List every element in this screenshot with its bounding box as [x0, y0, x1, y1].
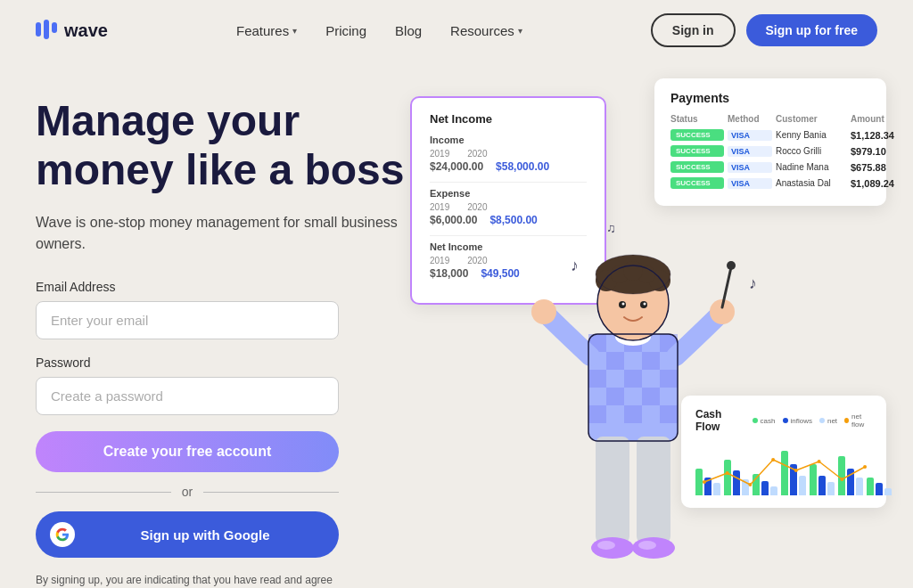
signin-button[interactable]: Sign in [651, 13, 736, 47]
svg-rect-26 [624, 388, 642, 405]
svg-rect-25 [606, 388, 624, 405]
hero-left: Manage your money like a boss Wave is on… [36, 78, 410, 588]
logo-text: wave [64, 20, 108, 41]
hero-title: Manage your money like a boss [36, 96, 410, 194]
svg-point-45 [622, 303, 625, 306]
google-signup-button[interactable]: Sign up with Google [36, 511, 339, 558]
income-label: Income [430, 135, 587, 145]
payments-header: Status Method Customer Amount [670, 114, 870, 124]
income-years: 2019 2020 [430, 149, 587, 159]
terms-text: By signing up, you are indicating that y… [36, 572, 339, 588]
divider-line-right [203, 492, 339, 493]
logo-icon [36, 22, 57, 39]
svg-point-5 [818, 460, 821, 463]
hero-right: Net Income Income 2019 2020 $24,000.00 $… [410, 78, 877, 588]
nav-buttons: Sign in Sign up for free [651, 13, 877, 47]
svg-point-46 [644, 303, 646, 306]
svg-rect-31 [624, 405, 642, 423]
signup-button[interactable]: Sign up for free [746, 14, 877, 46]
svg-rect-29 [588, 405, 606, 423]
nav-resources[interactable]: Resources ▾ [450, 23, 522, 38]
legend-dot-yellow [844, 418, 849, 423]
svg-point-42 [623, 261, 643, 281]
payment-row: Success VISA Rocco Grilli $979.10 [670, 145, 870, 157]
google-icon [50, 522, 75, 547]
illustration-person [517, 178, 749, 588]
legend-dot-blue [783, 418, 788, 423]
svg-rect-51 [596, 437, 629, 543]
cashflow-legend: cash inflows net net flow [753, 412, 872, 429]
navbar: wave Features ▾ Pricing Blog Resources ▾… [0, 0, 913, 61]
svg-rect-19 [588, 370, 606, 388]
svg-point-55 [597, 541, 615, 550]
resources-chevron-icon: ▾ [518, 26, 522, 36]
payment-row: Success VISA Kenny Bania $1,128.34 [670, 129, 870, 141]
music-note-3: ♪ [749, 274, 757, 293]
svg-point-50 [727, 261, 736, 270]
svg-point-7 [863, 465, 867, 469]
svg-point-47 [531, 299, 556, 324]
legend-dot-green [753, 418, 758, 423]
svg-rect-23 [660, 370, 678, 388]
income-values: $24,000.00 $58,000.00 [430, 160, 587, 173]
password-input[interactable] [36, 377, 339, 415]
svg-rect-20 [606, 370, 624, 388]
svg-point-56 [638, 541, 656, 550]
nav-features[interactable]: Features ▾ [236, 23, 297, 38]
svg-rect-15 [606, 352, 624, 370]
svg-rect-21 [624, 370, 642, 388]
divider-line-left [36, 492, 171, 493]
svg-rect-32 [642, 405, 660, 423]
create-account-button[interactable]: Create your free account [36, 431, 339, 472]
nav-blog[interactable]: Blog [395, 23, 422, 38]
or-text: or [182, 485, 193, 499]
svg-rect-24 [588, 388, 606, 405]
svg-rect-27 [642, 388, 660, 405]
net-income-title: Net Income [430, 112, 587, 126]
logo[interactable]: wave [36, 20, 108, 41]
email-input[interactable] [36, 301, 339, 339]
legend-dot-light [819, 418, 825, 423]
svg-rect-17 [642, 352, 660, 370]
email-label: Email Address [36, 280, 410, 294]
or-divider: or [36, 485, 339, 499]
svg-rect-33 [660, 405, 678, 423]
svg-point-3 [771, 458, 775, 461]
nav-pricing[interactable]: Pricing [325, 23, 366, 38]
svg-rect-16 [624, 352, 642, 370]
svg-rect-22 [642, 370, 660, 388]
nav-links: Features ▾ Pricing Blog Resources ▾ [236, 23, 522, 38]
password-label: Password [36, 355, 410, 370]
svg-rect-28 [660, 388, 678, 405]
svg-rect-30 [606, 405, 624, 423]
features-chevron-icon: ▾ [292, 26, 297, 36]
payment-row: Success VISA Nadine Mana $675.88 [670, 161, 870, 173]
svg-rect-52 [637, 437, 670, 543]
hero-subtitle: Wave is one-stop money management for sm… [36, 212, 410, 255]
hero-section: Manage your money like a boss Wave is on… [0, 61, 913, 588]
payments-title: Payments [670, 91, 870, 105]
